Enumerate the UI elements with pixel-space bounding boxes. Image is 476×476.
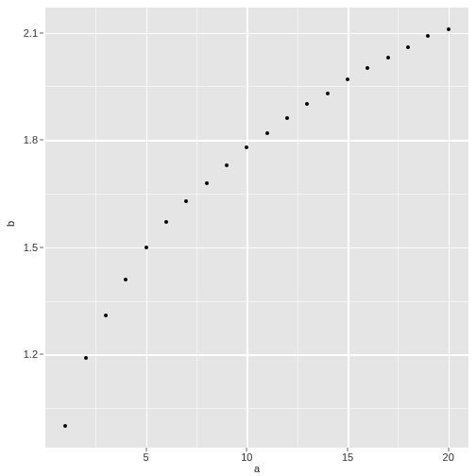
y-tick-label: 1.2 <box>24 348 38 360</box>
grid-line-h-minor <box>45 301 468 302</box>
y-tick-label: 1.8 <box>24 134 38 145</box>
grid-line-v-major <box>348 8 349 448</box>
data-point <box>386 56 390 60</box>
data-point <box>164 220 168 224</box>
data-point <box>285 116 289 120</box>
y-axis-ticks: 1.21.51.82.1 <box>17 8 43 448</box>
grid-line-v-major <box>146 8 148 448</box>
x-tick-label: 20 <box>443 451 454 463</box>
grid-line-v-major <box>246 8 248 448</box>
data-point <box>447 27 450 31</box>
x-axis-ticks: 5101520 <box>45 448 468 463</box>
data-point <box>366 66 369 70</box>
data-point <box>205 181 209 185</box>
grid-line-v-minor <box>298 8 298 448</box>
data-point <box>144 246 148 249</box>
y-tick-mark <box>40 32 43 33</box>
grid-line-h-minor <box>45 86 468 87</box>
data-point <box>326 92 330 95</box>
data-point <box>346 77 349 81</box>
data-point <box>426 34 430 38</box>
y-tick-mark <box>40 140 43 141</box>
grid-line-h-major <box>45 140 468 142</box>
y-tick-label: 1.5 <box>24 242 38 253</box>
grid-line-h-minor <box>45 194 468 195</box>
grid-line-v-minor <box>95 8 96 448</box>
y-tick-label: 2.1 <box>24 27 38 39</box>
data-point <box>265 131 269 135</box>
x-tick-label: 10 <box>241 451 252 463</box>
grid-line-h-major <box>45 354 468 356</box>
data-point <box>104 314 108 317</box>
y-tick-mark <box>40 246 43 247</box>
y-axis-title: b <box>4 0 17 448</box>
y-tick-mark <box>40 354 43 355</box>
x-tick-label: 15 <box>342 451 353 463</box>
plot-panel <box>45 8 468 448</box>
grid-line-v-minor <box>196 8 197 448</box>
grid-line-h-major <box>45 247 468 249</box>
grid-line-h-major <box>45 33 468 35</box>
x-axis-title: a <box>45 463 468 476</box>
grid-line-v-minor <box>398 8 399 448</box>
data-point <box>84 356 88 360</box>
data-point <box>184 199 188 203</box>
data-point <box>124 278 128 281</box>
scatter-chart: b 1.21.51.82.1 5101520 a <box>0 0 476 476</box>
grid-line-h-minor <box>45 408 468 409</box>
data-point <box>305 102 309 106</box>
data-point <box>225 163 229 167</box>
data-point <box>406 45 410 49</box>
x-tick-label: 5 <box>144 451 149 463</box>
grid-line-v-major <box>449 8 450 448</box>
data-point <box>63 424 67 428</box>
